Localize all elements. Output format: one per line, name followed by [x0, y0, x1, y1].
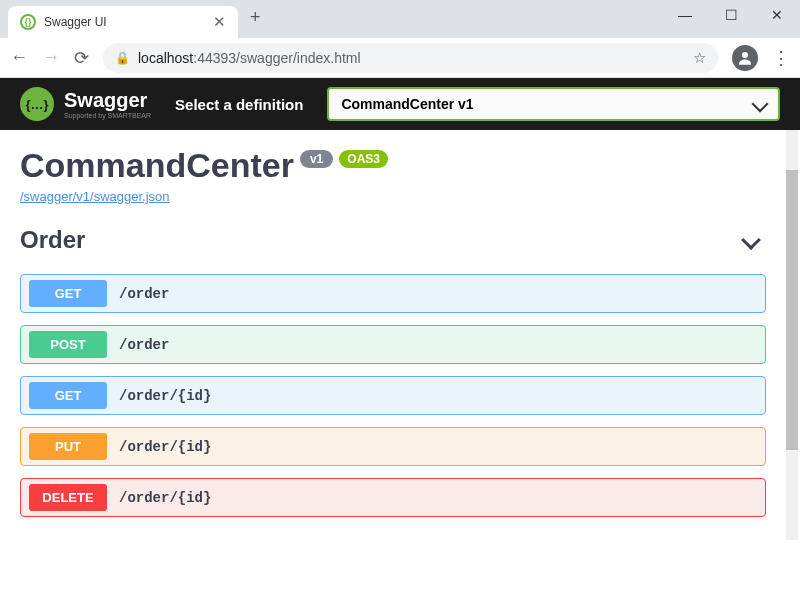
maximize-button[interactable]: ☐	[708, 0, 754, 30]
minimize-button[interactable]: —	[662, 0, 708, 30]
tab-close-button[interactable]: ✕	[213, 13, 226, 31]
scrollbar[interactable]	[786, 130, 798, 540]
operation-path: /order/{id}	[119, 388, 211, 404]
browser-tab[interactable]: {} Swagger UI ✕	[8, 6, 238, 38]
definition-select[interactable]: CommandCenter v1	[327, 87, 780, 121]
operation-row-get-0[interactable]: GET/order	[20, 274, 766, 313]
url-text: localhost:44393/swagger/index.html	[138, 50, 361, 66]
address-bar[interactable]: 🔒 localhost:44393/swagger/index.html ☆	[103, 43, 718, 73]
operation-path: /order	[119, 286, 169, 302]
tag-header[interactable]: Order	[20, 226, 766, 254]
operation-path: /order/{id}	[119, 490, 211, 506]
operation-row-post-1[interactable]: POST/order	[20, 325, 766, 364]
chevron-down-icon	[741, 230, 761, 250]
logo-text: Swagger	[64, 89, 151, 112]
operation-row-get-2[interactable]: GET/order/{id}	[20, 376, 766, 415]
swagger-logo: {…} Swagger Supported by SMARTBEAR	[20, 87, 151, 121]
close-window-button[interactable]: ✕	[754, 0, 800, 30]
definition-selected: CommandCenter v1	[341, 96, 473, 112]
method-badge: DELETE	[29, 484, 107, 511]
reload-button[interactable]: ⟳	[74, 47, 89, 69]
browser-menu-button[interactable]: ⋮	[772, 47, 790, 69]
new-tab-button[interactable]: +	[238, 7, 273, 28]
method-badge: GET	[29, 280, 107, 307]
profile-avatar[interactable]	[732, 45, 758, 71]
bookmark-icon[interactable]: ☆	[693, 49, 706, 67]
tab-title: Swagger UI	[44, 15, 205, 29]
tag-name: Order	[20, 226, 85, 254]
definition-label: Select a definition	[175, 96, 303, 113]
tag-section: Order GET/orderPOST/orderGET/order/{id}P…	[20, 226, 766, 517]
oas-badge: OAS3	[339, 150, 388, 168]
forward-button[interactable]: →	[42, 47, 60, 68]
operation-path: /order/{id}	[119, 439, 211, 455]
method-badge: PUT	[29, 433, 107, 460]
scrollbar-thumb[interactable]	[786, 170, 798, 450]
api-title-row: CommandCenter v1 OAS3	[20, 146, 780, 185]
swagger-content: CommandCenter v1 OAS3 /swagger/v1/swagge…	[0, 130, 800, 533]
favicon-icon: {}	[20, 14, 36, 30]
spec-link[interactable]: /swagger/v1/swagger.json	[20, 189, 780, 204]
browser-toolbar: ← → ⟳ 🔒 localhost:44393/swagger/index.ht…	[0, 38, 800, 78]
operations-list: GET/orderPOST/orderGET/order/{id}PUT/ord…	[20, 274, 766, 517]
logo-subtext: Supported by SMARTBEAR	[64, 112, 151, 119]
window-controls: — ☐ ✕	[662, 0, 800, 30]
operation-row-put-3[interactable]: PUT/order/{id}	[20, 427, 766, 466]
swagger-logo-icon: {…}	[20, 87, 54, 121]
swagger-topbar: {…} Swagger Supported by SMARTBEAR Selec…	[0, 78, 800, 130]
lock-icon: 🔒	[115, 51, 130, 65]
version-badge: v1	[300, 150, 333, 168]
browser-titlebar: {} Swagger UI ✕ + — ☐ ✕	[0, 0, 800, 38]
back-button[interactable]: ←	[10, 47, 28, 68]
method-badge: POST	[29, 331, 107, 358]
operation-row-delete-4[interactable]: DELETE/order/{id}	[20, 478, 766, 517]
svg-point-0	[742, 52, 748, 58]
method-badge: GET	[29, 382, 107, 409]
operation-path: /order	[119, 337, 169, 353]
api-title: CommandCenter	[20, 146, 294, 185]
